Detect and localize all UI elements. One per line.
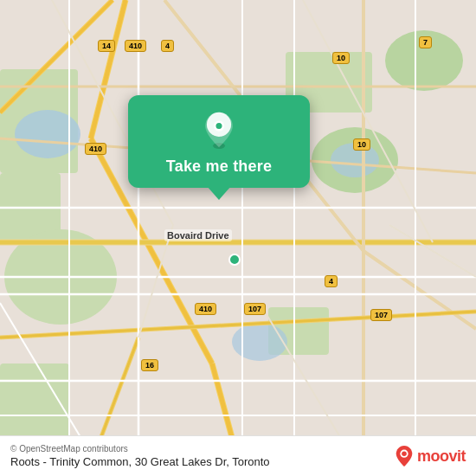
location-name: Roots - Trinity Common, 30 Great Lakes D… xyxy=(10,455,270,468)
moovit-text: moovit xyxy=(417,447,466,466)
svg-line-15 xyxy=(91,0,125,138)
svg-point-8 xyxy=(15,110,80,158)
svg-point-9 xyxy=(331,143,379,177)
svg-point-51 xyxy=(215,123,222,129)
take-me-card[interactable]: Take me there xyxy=(128,95,310,188)
map-container: 14 410 410 410 4 4 10 10 107 107 16 7 Bo… xyxy=(0,0,476,476)
location-pin-icon xyxy=(200,111,238,149)
take-me-label: Take me there xyxy=(166,158,272,176)
osm-credit: © OpenStreetMap contributors xyxy=(10,444,270,453)
svg-point-7 xyxy=(385,30,463,91)
map-svg xyxy=(0,0,476,476)
bottom-info: © OpenStreetMap contributors Roots - Tri… xyxy=(10,444,270,468)
svg-point-47 xyxy=(229,254,240,265)
moovit-pin-icon xyxy=(395,445,414,467)
svg-point-53 xyxy=(402,451,407,456)
svg-line-46 xyxy=(389,225,476,277)
svg-point-10 xyxy=(232,323,287,361)
bottom-bar: © OpenStreetMap contributors Roots - Tri… xyxy=(0,435,476,476)
moovit-logo: moovit xyxy=(395,445,466,467)
